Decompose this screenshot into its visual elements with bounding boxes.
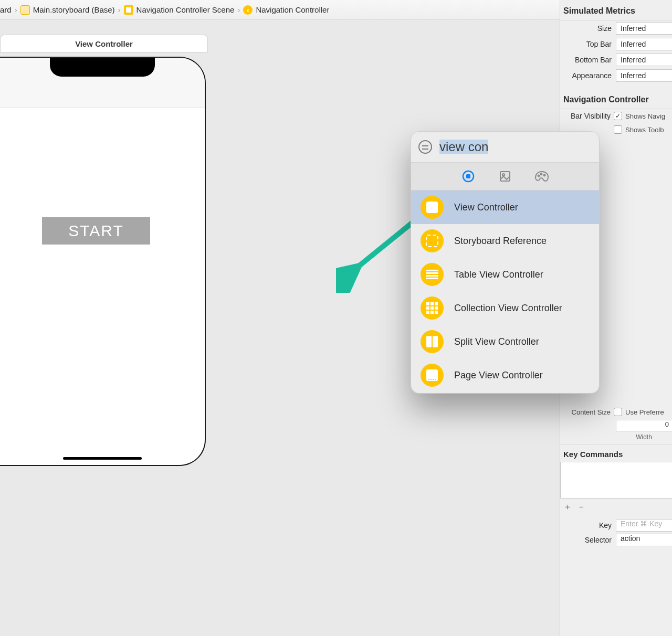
label-use-preferred: Use Preferre [625,408,664,416]
scene-icon [124,5,133,15]
library-search-input[interactable]: view con [439,140,488,154]
input-selector[interactable]: action [616,534,672,546]
crumb-storyboard[interactable]: Main.storyboard (Base) [33,5,115,14]
section-key-commands: Key Commands [560,444,672,459]
svg-point-5 [502,174,505,176]
crumb-navcontroller[interactable]: Navigation Controller [256,5,329,14]
home-indicator [63,457,142,460]
label-width: Width [560,432,672,444]
label-topbar: Top Bar [560,40,616,48]
ib-canvas[interactable]: View Controller START [0,20,476,636]
checkbox-shows-toolbar[interactable] [614,125,622,134]
tab-media[interactable] [498,169,512,184]
device-notch [50,58,155,77]
label-appearance: Appearance [560,71,616,80]
remove-key-command-button[interactable]: － [577,502,585,513]
start-button[interactable]: START [42,217,150,245]
chevron-right-icon: › [118,5,121,14]
filter-icon[interactable] [418,140,432,154]
svg-rect-0 [126,7,131,13]
section-simulated-metrics: Simulated Metrics [560,0,672,20]
label-shows-toolbar: Shows Toolb [625,126,664,134]
device-frame: START [0,57,206,466]
label-bar-visibility: Bar Visibility [564,112,614,120]
chevron-right-icon: › [15,5,17,14]
svg-rect-3 [466,174,470,178]
start-button-label: START [68,222,124,240]
tab-color[interactable] [534,169,549,184]
storyboard-file-icon [20,5,30,15]
object-library-popover: view con View Controller Storyboard Refe… [411,131,600,394]
dropdown-appearance[interactable]: Inferred [616,69,672,82]
view-controller-icon [421,196,444,219]
dropdown-bottombar[interactable]: Inferred [616,54,672,66]
checkbox-shows-navigation[interactable] [614,112,622,120]
svg-point-6 [538,175,540,177]
label-content-size: Content Size [564,408,614,416]
breadcrumb-left: ard › Main.storyboard (Base) › Navigatio… [0,5,329,15]
crumb-scene[interactable]: Navigation Controller Scene [136,5,235,14]
label-size: Size [560,24,616,33]
library-results-list: View Controller Storyboard Reference Tab… [411,190,599,393]
split-view-controller-icon [421,330,444,353]
scene-title-bar[interactable]: View Controller [0,35,208,52]
library-item-view-controller[interactable]: View Controller [411,190,599,224]
collection-view-controller-icon [421,296,444,320]
svg-point-7 [541,174,542,175]
library-item-label: Table View Controller [454,269,543,280]
label-shows-navigation: Shows Navig [625,112,665,120]
navigation-controller-icon: ‹ [243,5,253,15]
input-width[interactable]: 0 [616,420,672,431]
table-view-controller-icon [421,263,444,286]
label-key: Key [560,521,616,529]
library-item-split-view-controller[interactable]: Split View Controller [411,325,599,358]
library-item-label: Page View Controller [454,370,543,381]
crumb-truncated[interactable]: ard [0,5,12,14]
library-item-collection-view-controller[interactable]: Collection View Controller [411,291,599,325]
storyboard-reference-icon [421,229,444,252]
library-item-table-view-controller[interactable]: Table View Controller [411,258,599,291]
library-item-storyboard-reference[interactable]: Storyboard Reference [411,224,599,258]
library-item-label: Split View Controller [454,336,539,347]
tab-objects[interactable] [461,169,476,184]
svg-point-8 [544,175,545,176]
checkbox-use-preferred[interactable] [614,408,622,416]
label-selector: Selector [560,536,616,544]
library-item-label: View Controller [454,202,518,213]
dropdown-size[interactable]: Inferred [616,22,672,35]
section-nav-controller: Navigation Controller [560,89,672,109]
key-commands-list[interactable] [560,462,672,499]
page-view-controller-icon [421,364,444,387]
dropdown-topbar[interactable]: Inferred [616,38,672,50]
library-item-label: Storyboard Reference [454,236,547,247]
add-key-command-button[interactable]: ＋ [563,502,572,513]
scene-title-label: View Controller [75,39,133,48]
library-item-page-view-controller[interactable]: Page View Controller [411,358,599,392]
input-key[interactable]: Enter ⌘ Key [616,519,672,532]
svg-rect-4 [500,172,510,181]
library-item-label: Collection View Controller [454,303,562,314]
chevron-right-icon: › [237,5,240,14]
label-bottombar: Bottom Bar [560,56,616,64]
